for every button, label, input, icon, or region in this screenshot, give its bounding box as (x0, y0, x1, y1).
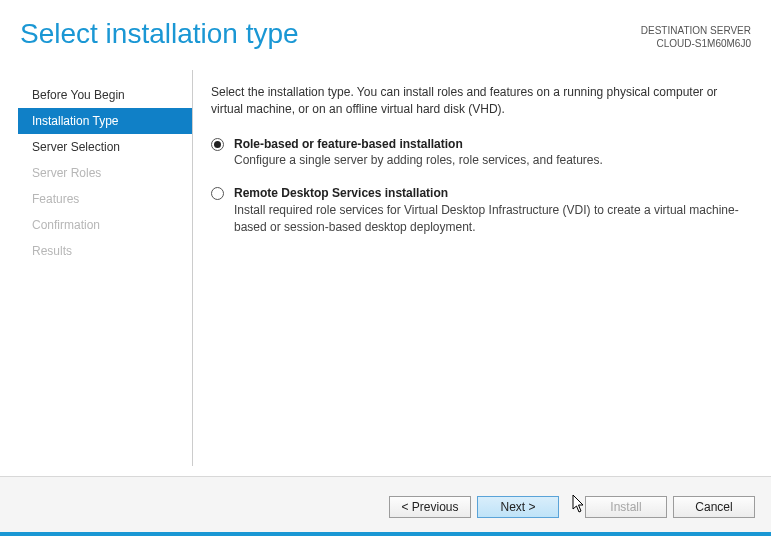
step-installation-type[interactable]: Installation Type (18, 108, 192, 134)
step-server-selection[interactable]: Server Selection (18, 134, 192, 160)
wizard-steps-sidebar: Before You Begin Installation Type Serve… (18, 70, 193, 466)
destination-server-info: DESTINATION SERVER CLOUD-S1M60M6J0 (641, 18, 751, 50)
step-features: Features (18, 186, 192, 212)
install-button: Install (585, 496, 667, 518)
destination-server-name: CLOUD-S1M60M6J0 (641, 37, 751, 50)
step-server-roles: Server Roles (18, 160, 192, 186)
radio-remote-desktop[interactable] (211, 187, 224, 200)
step-results: Results (18, 238, 192, 264)
option-remote-desktop[interactable]: Remote Desktop Services installation Ins… (211, 185, 747, 235)
option-role-based-title: Role-based or feature-based installation (234, 136, 747, 153)
option-role-based-desc: Configure a single server by adding role… (234, 152, 747, 169)
instruction-text: Select the installation type. You can in… (211, 84, 747, 118)
radio-role-based[interactable] (211, 138, 224, 151)
content-panel: Select the installation type. You can in… (193, 70, 759, 466)
option-remote-desktop-title: Remote Desktop Services installation (234, 185, 747, 202)
step-before-you-begin[interactable]: Before You Begin (18, 82, 192, 108)
cancel-button[interactable]: Cancel (673, 496, 755, 518)
option-role-based[interactable]: Role-based or feature-based installation… (211, 136, 747, 170)
page-title: Select installation type (20, 18, 299, 50)
previous-button[interactable]: < Previous (389, 496, 471, 518)
step-confirmation: Confirmation (18, 212, 192, 238)
option-remote-desktop-desc: Install required role services for Virtu… (234, 202, 747, 236)
destination-server-label: DESTINATION SERVER (641, 24, 751, 37)
wizard-footer: < Previous Next > Install Cancel (0, 476, 771, 536)
accent-bar (0, 532, 771, 536)
next-button[interactable]: Next > (477, 496, 559, 518)
